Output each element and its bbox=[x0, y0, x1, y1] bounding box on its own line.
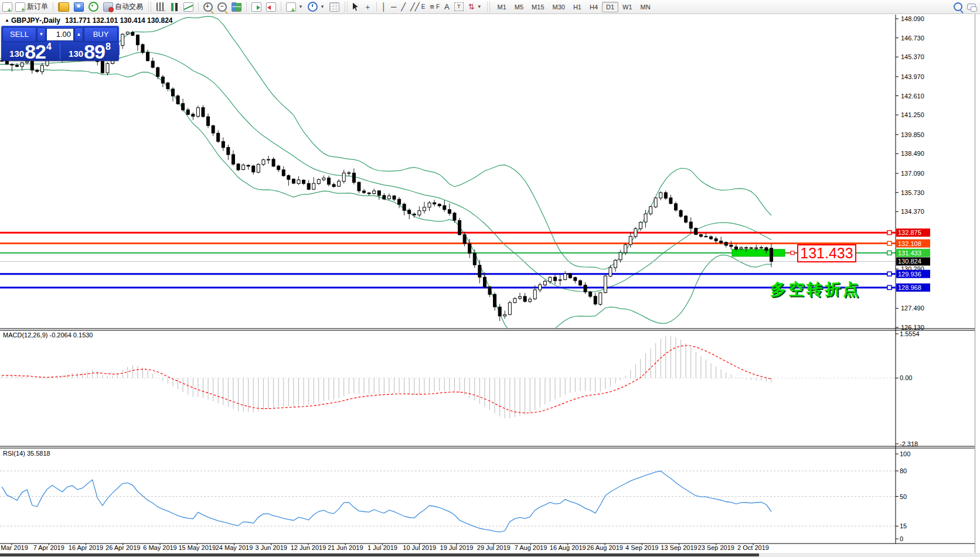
templates-button[interactable] bbox=[328, 2, 341, 12]
candle bbox=[227, 148, 230, 155]
timeframe-M1[interactable]: M1 bbox=[494, 2, 511, 12]
price-tick-label: 135.730 bbox=[901, 189, 924, 196]
chat-button[interactable] bbox=[965, 3, 978, 11]
trendline-tool[interactable]: ╱ bbox=[399, 2, 407, 12]
price-chip-label: 132.108 bbox=[898, 240, 921, 247]
toolbar-drag-handle[interactable] bbox=[148, 2, 151, 12]
candle bbox=[619, 252, 622, 260]
indicators-button[interactable]: ▼ bbox=[284, 2, 305, 12]
candlestick-chart-button[interactable] bbox=[168, 2, 181, 12]
zoom-in-button[interactable] bbox=[202, 2, 215, 12]
line-end-marker[interactable] bbox=[887, 285, 891, 289]
sell-price[interactable]: 130824 bbox=[1, 42, 60, 61]
candle bbox=[207, 117, 210, 125]
chevron-down-icon: ▼ bbox=[477, 4, 482, 9]
date-label: 7 Aug 2019 bbox=[515, 544, 547, 551]
candle bbox=[599, 293, 602, 305]
timeframe-M15[interactable]: M15 bbox=[528, 2, 548, 12]
candle bbox=[287, 176, 290, 180]
signals-button[interactable] bbox=[87, 1, 100, 12]
candle bbox=[624, 245, 627, 253]
volume-increase-button[interactable]: ▲ bbox=[74, 28, 83, 42]
new-chart-icon[interactable] bbox=[2, 2, 12, 12]
zoom-out-button[interactable] bbox=[216, 2, 229, 12]
timeframe-MN[interactable]: MN bbox=[637, 2, 655, 12]
candle bbox=[171, 89, 174, 96]
fibonacci-tool[interactable]: ≡F bbox=[428, 2, 441, 12]
candle bbox=[5, 61, 8, 64]
candle bbox=[40, 66, 43, 72]
indicators-icon bbox=[286, 2, 296, 12]
search-button[interactable] bbox=[952, 2, 964, 12]
timeframe-M30[interactable]: M30 bbox=[549, 2, 569, 12]
turning-point-annotation[interactable]: 多空转折点 bbox=[770, 279, 861, 300]
candle bbox=[368, 193, 370, 193]
buy-price[interactable]: 130898 bbox=[60, 42, 119, 61]
rsi-tick-label: 50 bbox=[900, 493, 907, 500]
candle bbox=[21, 63, 23, 66]
cursor-tool-button[interactable] bbox=[351, 2, 361, 12]
toolbar-drag-handle[interactable] bbox=[345, 2, 348, 12]
line-end-marker[interactable] bbox=[887, 251, 891, 255]
timeframe-D1[interactable]: D1 bbox=[602, 2, 618, 12]
timeframe-M5[interactable]: M5 bbox=[511, 2, 528, 12]
rsi-tick-label: 80 bbox=[900, 467, 907, 474]
timeframe-W1[interactable]: W1 bbox=[618, 2, 637, 12]
candle bbox=[433, 203, 436, 204]
timeframe-H1[interactable]: H1 bbox=[569, 2, 586, 12]
line-chart-icon bbox=[183, 2, 193, 12]
community-button[interactable] bbox=[72, 2, 86, 12]
line-end-marker[interactable] bbox=[887, 241, 891, 245]
text-label-tool[interactable]: T bbox=[452, 2, 465, 12]
line-end-marker[interactable] bbox=[887, 272, 891, 276]
candle bbox=[196, 108, 199, 117]
date-label: 13 Sep 2019 bbox=[661, 544, 697, 551]
candle bbox=[257, 165, 260, 173]
macd-tick-label: 1.5554 bbox=[900, 330, 920, 337]
chat-icon bbox=[967, 4, 976, 10]
volume-input[interactable]: 1.00 bbox=[46, 28, 74, 41]
auto-scroll-button[interactable] bbox=[250, 2, 263, 12]
candle bbox=[317, 180, 320, 184]
volume-decrease-button[interactable]: ▼ bbox=[37, 28, 46, 42]
sell-price-pips: 82 bbox=[25, 43, 46, 60]
price-chip-label: 128.968 bbox=[898, 284, 921, 291]
candle bbox=[679, 210, 682, 216]
line-end-marker[interactable] bbox=[887, 231, 891, 235]
new-order-button[interactable]: 新订单 bbox=[13, 1, 50, 12]
highlight-zone[interactable] bbox=[732, 250, 785, 257]
collapse-arrow-icon[interactable]: ▲ bbox=[5, 18, 9, 23]
horizontal-line-tool[interactable]: ─ bbox=[389, 2, 398, 12]
arrows-tool[interactable]: ⇅▼ bbox=[467, 2, 484, 12]
channel-tool[interactable]: ╱╱E bbox=[409, 2, 427, 12]
timeframe-H4[interactable]: H4 bbox=[586, 2, 602, 12]
scrollbar-thumb[interactable] bbox=[0, 553, 759, 556]
chart-shift-button[interactable] bbox=[264, 2, 278, 12]
price-callout-box[interactable]: 131.433 bbox=[797, 244, 856, 262]
candle bbox=[714, 239, 717, 241]
horizontal-scrollbar[interactable] bbox=[0, 553, 980, 557]
bar-chart-button[interactable] bbox=[155, 2, 167, 12]
candle bbox=[11, 64, 13, 65]
crosshair-tool-button[interactable]: ＋ bbox=[362, 2, 373, 12]
tile-windows-button[interactable] bbox=[230, 2, 243, 12]
vertical-line-tool[interactable]: │ bbox=[380, 2, 388, 12]
line-chart-button[interactable] bbox=[182, 2, 195, 12]
candle bbox=[352, 173, 355, 182]
auto-trading-button[interactable]: 自动交易 bbox=[101, 1, 145, 12]
date-label: 12 Jun 2019 bbox=[291, 544, 326, 551]
profiles-button[interactable] bbox=[56, 2, 71, 12]
price-tick-label: 142.610 bbox=[901, 93, 924, 100]
date-label: 2 Oct 2019 bbox=[737, 544, 769, 551]
candle bbox=[654, 198, 657, 207]
candle bbox=[312, 183, 315, 189]
candle bbox=[529, 299, 532, 302]
toolbar-separator bbox=[246, 2, 247, 12]
toolbar-drag-handle[interactable] bbox=[487, 2, 490, 12]
channel-icon: ╱╱ bbox=[410, 3, 420, 11]
callout-anchor[interactable] bbox=[791, 251, 794, 255]
periods-button[interactable]: ▼ bbox=[306, 1, 326, 12]
text-tool[interactable]: A bbox=[443, 2, 451, 12]
candle bbox=[539, 285, 542, 290]
candle bbox=[403, 204, 406, 210]
